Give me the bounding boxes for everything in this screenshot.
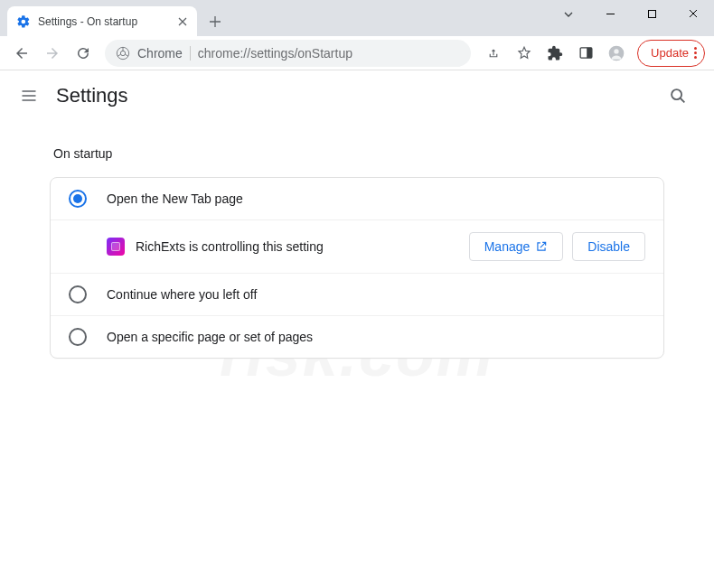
startup-card: Open the New Tab page RichExts is contro… (50, 177, 664, 359)
site-label: Chrome (137, 46, 183, 61)
svg-point-6 (614, 49, 618, 53)
radio-checked-icon[interactable] (69, 190, 87, 208)
svg-rect-4 (587, 48, 592, 58)
window-controls (548, 0, 714, 29)
share-icon[interactable] (480, 41, 507, 66)
update-button[interactable]: Update (637, 40, 705, 67)
titlebar: Settings - On startup (0, 0, 714, 36)
chrome-logo-icon (116, 46, 130, 61)
close-tab-icon[interactable] (175, 14, 190, 29)
extension-notice-text: RichExts is controlling this setting (136, 239, 458, 254)
disable-button[interactable]: Disable (572, 232, 645, 261)
radio-unchecked-icon[interactable] (69, 328, 87, 346)
radio-unchecked-icon[interactable] (69, 285, 87, 303)
page-title: Settings (56, 84, 128, 107)
settings-gear-icon (16, 14, 31, 29)
svg-point-7 (672, 89, 681, 99)
reload-button[interactable] (70, 41, 96, 66)
tab-title: Settings - On startup (38, 15, 168, 28)
menu-hamburger-icon[interactable] (18, 85, 40, 107)
startup-option-specific[interactable]: Open a specific page or set of pages (51, 315, 663, 358)
sidepanel-icon[interactable] (572, 41, 599, 66)
section-title: On startup (53, 146, 664, 161)
maximize-button[interactable] (631, 0, 672, 27)
option-label: Open the New Tab page (107, 191, 243, 206)
forward-button[interactable] (40, 41, 65, 66)
option-label: Continue where you left off (107, 287, 257, 302)
minimize-button[interactable] (589, 0, 631, 27)
extension-notice-row: RichExts is controlling this setting Man… (51, 219, 663, 273)
update-label: Update (651, 46, 689, 60)
url-text: chrome://settings/onStartup (198, 46, 352, 61)
bookmark-star-icon[interactable] (511, 41, 538, 66)
browser-tab[interactable]: Settings - On startup (7, 6, 197, 36)
settings-header: Settings (0, 70, 714, 121)
menu-dots-icon (694, 47, 697, 59)
settings-content[interactable]: On startup Open the New Tab page RichExt… (0, 121, 714, 588)
search-settings-icon[interactable] (660, 78, 696, 114)
omnibox-divider (190, 46, 191, 61)
external-link-icon (535, 240, 548, 253)
back-button[interactable] (9, 41, 34, 66)
close-window-button[interactable] (672, 0, 714, 27)
svg-rect-0 (648, 10, 655, 17)
omnibox[interactable]: Chrome chrome://settings/onStartup (105, 40, 471, 67)
manage-button[interactable]: Manage (469, 232, 564, 261)
option-label: Open a specific page or set of pages (107, 330, 313, 344)
extensions-puzzle-icon[interactable] (541, 41, 568, 66)
profile-avatar-icon[interactable] (603, 41, 630, 66)
tab-search-icon[interactable] (548, 0, 589, 29)
extension-app-icon (107, 238, 125, 256)
startup-option-newtab[interactable]: Open the New Tab page (51, 178, 663, 219)
startup-option-continue[interactable]: Continue where you left off (51, 273, 663, 315)
new-tab-button[interactable] (202, 9, 228, 34)
address-bar: Chrome chrome://settings/onStartup Updat… (0, 36, 714, 70)
disable-label: Disable (587, 239, 630, 254)
manage-label: Manage (484, 239, 531, 254)
